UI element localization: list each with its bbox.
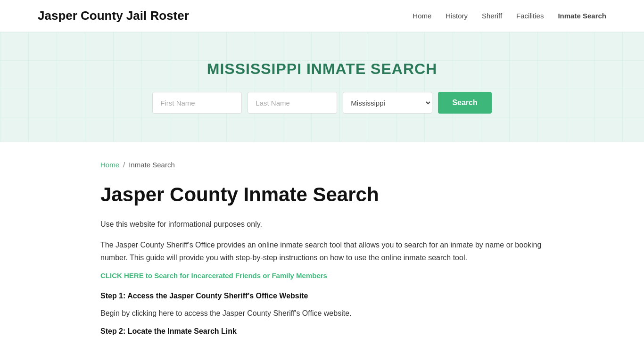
- nav-home[interactable]: Home: [413, 12, 431, 20]
- state-select[interactable]: Mississippi Alabama Georgia Tennessee Ar…: [343, 92, 432, 114]
- main-nav: Home History Sheriff Facilities Inmate S…: [413, 12, 606, 20]
- search-button[interactable]: Search: [438, 92, 491, 114]
- breadcrumb-current: Inmate Search: [129, 161, 175, 169]
- site-header: Jasper County Jail Roster Home History S…: [0, 0, 644, 32]
- first-name-input[interactable]: [152, 92, 242, 114]
- step2-heading: Step 2: Locate the Inmate Search Link: [100, 327, 544, 336]
- page-title: Jasper County Inmate Search: [100, 183, 544, 206]
- last-name-input[interactable]: [248, 92, 337, 114]
- nav-history[interactable]: History: [446, 12, 468, 20]
- breadcrumb: Home / Inmate Search: [100, 161, 544, 169]
- breadcrumb-home[interactable]: Home: [100, 161, 119, 169]
- nav-sheriff[interactable]: Sheriff: [482, 12, 502, 20]
- step1-text: Begin by clicking here to access the Jas…: [100, 307, 544, 320]
- main-content: Home / Inmate Search Jasper County Inmat…: [63, 142, 581, 362]
- search-form: Mississippi Alabama Georgia Tennessee Ar…: [9, 92, 635, 114]
- site-title[interactable]: Jasper County Jail Roster: [38, 8, 189, 23]
- nav-inmate-search[interactable]: Inmate Search: [558, 12, 606, 20]
- step1-heading: Step 1: Access the Jasper County Sheriff…: [100, 292, 544, 300]
- intro-paragraph-2: The Jasper County Sheriff's Office provi…: [100, 239, 544, 264]
- hero-section: MISSISSIPPI INMATE SEARCH Mississippi Al…: [0, 32, 644, 142]
- incarcerated-search-link[interactable]: CLICK HERE to Search for Incarcerated Fr…: [100, 272, 327, 280]
- intro-paragraph-1: Use this website for informational purpo…: [100, 218, 544, 230]
- nav-facilities[interactable]: Facilities: [516, 12, 544, 20]
- hero-title: MISSISSIPPI INMATE SEARCH: [9, 60, 635, 78]
- breadcrumb-separator: /: [123, 161, 125, 169]
